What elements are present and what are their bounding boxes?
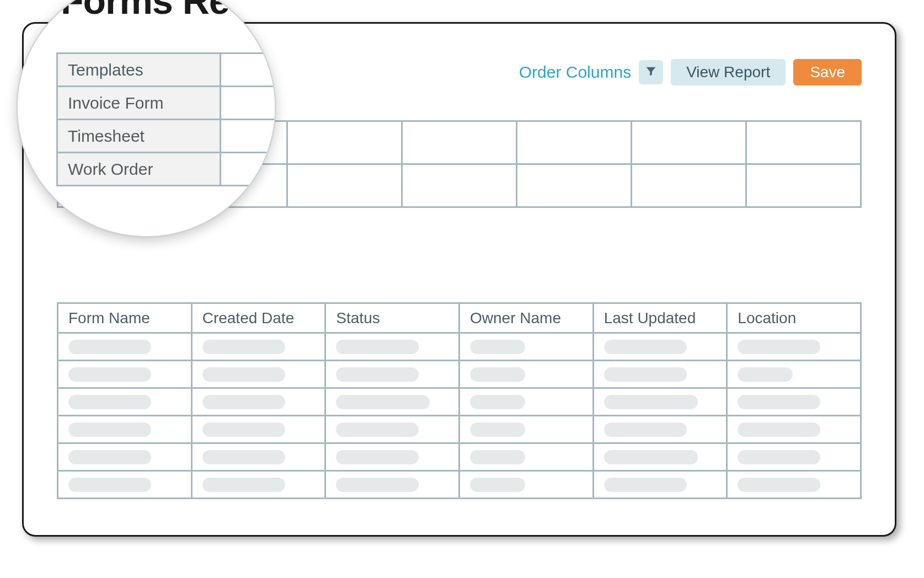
table-cell	[58, 389, 193, 416]
view-report-button[interactable]: View Report	[671, 59, 786, 85]
table-cell	[193, 389, 327, 416]
table-cell	[728, 361, 862, 389]
column-header[interactable]: Last Updated	[594, 304, 728, 334]
table-cell	[460, 416, 594, 444]
filter-icon	[645, 65, 657, 79]
placeholder-pill	[202, 395, 285, 409]
table-row	[58, 472, 862, 499]
table-cell	[728, 389, 862, 416]
table-cell	[594, 444, 728, 472]
placeholder-pill	[738, 367, 793, 382]
placeholder-pill	[202, 478, 285, 492]
placeholder-pill	[68, 450, 151, 464]
lower-table-header: Form NameCreated DateStatusOwner NameLas…	[58, 304, 862, 334]
upper-table-cell	[632, 165, 747, 208]
save-button[interactable]: Save	[793, 59, 862, 85]
table-cell	[728, 472, 862, 499]
placeholder-pill	[202, 450, 285, 464]
table-cell	[326, 361, 460, 389]
column-header[interactable]: Location	[728, 304, 862, 334]
table-cell	[460, 361, 594, 389]
templates-list: Templates Invoice FormTimesheetWork Orde…	[56, 52, 276, 186]
table-cell	[193, 444, 327, 472]
toolbar: Order Columns View Report Save	[519, 59, 862, 85]
table-cell	[193, 416, 327, 444]
table-cell	[326, 334, 460, 361]
column-header[interactable]: Status	[326, 304, 460, 334]
placeholder-pill	[470, 340, 525, 354]
upper-table-cell	[288, 122, 403, 165]
placeholder-pill	[738, 340, 820, 354]
placeholder-pill	[604, 422, 687, 437]
placeholder-pill	[604, 340, 687, 354]
placeholder-pill	[470, 395, 525, 409]
upper-table-cell	[288, 165, 403, 208]
table-cell	[326, 444, 460, 472]
table-cell	[326, 389, 460, 416]
placeholder-pill	[202, 367, 285, 382]
placeholder-pill	[68, 422, 151, 437]
table-row	[58, 444, 862, 472]
table-cell	[594, 334, 728, 361]
table-cell	[58, 472, 193, 499]
template-item[interactable]: Invoice Form	[58, 87, 276, 120]
upper-table-cell	[747, 165, 862, 208]
upper-table-cell	[632, 122, 747, 165]
table-cell	[460, 334, 594, 361]
table-cell	[460, 472, 594, 499]
table-cell	[728, 334, 862, 361]
placeholder-pill	[336, 422, 419, 437]
placeholder-pill	[68, 395, 151, 409]
placeholder-pill	[68, 340, 151, 354]
placeholder-pill	[470, 478, 525, 492]
table-cell	[58, 416, 193, 444]
template-item-label: Timesheet	[58, 120, 221, 153]
column-header[interactable]: Created Date	[193, 304, 327, 334]
table-cell	[594, 389, 728, 416]
placeholder-pill	[738, 422, 820, 437]
upper-table-cell	[747, 122, 862, 165]
table-row	[58, 361, 862, 389]
upper-table-cell	[517, 122, 632, 165]
table-cell	[58, 444, 193, 472]
placeholder-pill	[68, 367, 151, 382]
placeholder-pill	[336, 340, 419, 354]
column-header[interactable]: Owner Name	[460, 304, 594, 334]
table-row	[58, 389, 862, 416]
table-cell	[58, 361, 193, 389]
placeholder-pill	[470, 450, 525, 464]
table-cell	[58, 334, 193, 361]
template-item-label: Invoice Form	[58, 87, 221, 120]
placeholder-pill	[68, 478, 151, 492]
table-row	[58, 416, 862, 444]
order-columns-link[interactable]: Order Columns	[519, 63, 631, 82]
placeholder-pill	[202, 340, 285, 354]
upper-table-cell	[403, 165, 517, 208]
filter-button[interactable]	[639, 60, 663, 84]
placeholder-pill	[336, 395, 430, 409]
table-cell	[326, 472, 460, 499]
table-cell	[193, 361, 327, 389]
template-item[interactable]: Timesheet	[58, 120, 276, 153]
placeholder-pill	[470, 422, 525, 437]
table-cell	[594, 472, 728, 499]
table-cell	[460, 444, 594, 472]
template-item-blank	[221, 120, 276, 153]
placeholder-pill	[336, 478, 419, 492]
placeholder-pill	[604, 367, 687, 382]
table-cell	[594, 416, 728, 444]
column-header[interactable]: Form Name	[58, 304, 193, 334]
magnifier-title: Forms Re	[61, 0, 229, 22]
table-row	[58, 334, 862, 361]
table-cell	[728, 444, 862, 472]
template-item[interactable]: Work Order	[58, 153, 276, 186]
template-item-label: Work Order	[58, 153, 221, 186]
placeholder-pill	[738, 395, 820, 409]
placeholder-pill	[336, 450, 419, 464]
placeholder-pill	[202, 422, 285, 437]
placeholder-pill	[604, 450, 698, 464]
templates-header: Templates	[58, 54, 221, 87]
placeholder-pill	[336, 367, 419, 382]
lower-table: Form NameCreated DateStatusOwner NameLas…	[57, 302, 862, 499]
placeholder-pill	[738, 478, 820, 492]
